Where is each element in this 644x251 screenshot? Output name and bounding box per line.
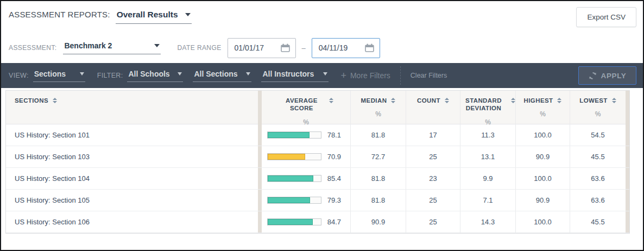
score-bar-track: [267, 175, 321, 182]
cell-lowest: 45.5: [570, 146, 626, 167]
cell-section-name: US History: Section 103: [6, 146, 258, 167]
sort-icon[interactable]: [53, 98, 57, 103]
column-header-label: SECTIONS: [15, 97, 48, 104]
column-header-label: STANDARD DEVIATION: [461, 97, 507, 112]
column-header-sections[interactable]: SECTIONS: [6, 91, 258, 126]
sort-icon[interactable]: [557, 98, 561, 103]
instructors-filter-dropdown[interactable]: All Instructors: [261, 70, 329, 82]
cell-lowest: 54.5: [570, 124, 626, 146]
title-bar: ASSESSMENT REPORTS: Overall Results Expo…: [1, 1, 643, 33]
column-header-label: LOWEST: [579, 97, 608, 104]
cell-section-name: US History: Section 105: [6, 190, 258, 211]
column-divider-strip: [626, 146, 629, 167]
export-csv-button[interactable]: Export CSV: [576, 7, 636, 27]
sort-icon[interactable]: [329, 98, 333, 103]
calendar-icon[interactable]: [281, 43, 290, 52]
average-score-value: 78.1: [321, 131, 341, 139]
table-row: US History: Section 10370.972.72513.190.…: [6, 146, 629, 168]
score-bar-track: [267, 131, 321, 139]
column-divider-strip: [626, 190, 629, 211]
plus-icon: +: [340, 70, 346, 81]
app-window: ASSESSMENT REPORTS: Overall Results Expo…: [0, 0, 644, 251]
column-unit-label: %: [540, 110, 546, 118]
column-header-label: HIGHEST: [524, 97, 553, 104]
date-end-input[interactable]: 04/11/19: [312, 38, 380, 58]
date-start-value: 01/01/17: [235, 43, 264, 52]
column-divider-strip: [258, 211, 262, 233]
column-header-standard-deviation[interactable]: STANDARD DEVIATION%: [460, 91, 515, 126]
score-bar-fill: [268, 175, 313, 181]
date-start-input[interactable]: 01/01/17: [228, 38, 296, 58]
sort-icon[interactable]: [445, 98, 449, 103]
cell-highest: 100.0: [515, 168, 570, 189]
cell-standard-deviation: 9.9: [460, 168, 515, 189]
column-header-average-score[interactable]: AVERAGE SCORE%: [262, 91, 350, 126]
view-dropdown[interactable]: Sections: [33, 70, 85, 82]
column-header-median[interactable]: MEDIAN%: [350, 91, 406, 126]
cell-highest: 100.0: [515, 211, 570, 233]
column-divider-strip: [626, 91, 629, 126]
chevron-down-icon: [178, 72, 182, 76]
more-filters-label: More Filters: [350, 71, 390, 80]
date-end-value: 04/11/19: [319, 43, 348, 52]
clear-filters-button[interactable]: Clear Filters: [411, 72, 447, 79]
sort-icon[interactable]: [391, 98, 395, 103]
report-type-dropdown[interactable]: Overall Results: [116, 10, 192, 24]
column-header-lowest[interactable]: LOWEST%: [570, 91, 626, 126]
cell-count: 25: [406, 146, 460, 167]
cell-average-score: 79.3: [262, 190, 350, 211]
table-header-row: SECTIONSAVERAGE SCORE%MEDIAN%COUNTSTANDA…: [6, 91, 629, 124]
report-type-value: Overall Results: [117, 10, 178, 20]
cell-median: 72.7: [350, 146, 406, 167]
column-header-count[interactable]: COUNT: [406, 91, 460, 126]
chevron-down-icon: [185, 13, 191, 16]
report-selector-group: ASSESSMENT REPORTS: Overall Results: [9, 10, 192, 24]
chevron-down-icon: [80, 72, 84, 76]
cell-section-name: US History: Section 101: [6, 124, 258, 146]
chevron-down-icon: [154, 44, 160, 47]
filter-label: FILTER:: [97, 72, 123, 79]
view-value: Sections: [34, 70, 66, 78]
assessment-value: Benchmark 2: [64, 41, 112, 50]
toolbar-divider: [400, 66, 401, 85]
more-filters-button[interactable]: + More Filters: [340, 70, 390, 81]
assessment-label: ASSESSMENT:: [9, 44, 56, 52]
apply-button[interactable]: APPLY: [578, 66, 636, 85]
cell-standard-deviation: 14.3: [460, 211, 515, 233]
cell-count: 25: [406, 211, 460, 233]
table-row: US History: Section 10485.481.8239.9100.…: [6, 168, 629, 190]
table-row: US History: Section 10178.181.81711.3100…: [6, 124, 629, 146]
table-row: US History: Section 10579.381.8257.190.9…: [6, 190, 629, 211]
assessment-dropdown[interactable]: Benchmark 2: [63, 41, 161, 54]
cell-count: 17: [406, 124, 460, 146]
view-label: VIEW:: [9, 72, 29, 79]
cell-highest: 100.0: [515, 124, 570, 146]
cell-lowest: 63.6: [570, 190, 626, 211]
column-header-highest[interactable]: HIGHEST%: [515, 91, 570, 126]
date-range-separator: –: [302, 44, 306, 52]
cell-highest: 90.9: [515, 190, 570, 211]
cell-average-score: 84.7: [262, 211, 350, 233]
cell-average-score: 78.1: [262, 124, 350, 146]
table-body: US History: Section 10178.181.81711.3100…: [6, 124, 629, 233]
sections-filter-dropdown[interactable]: All Sections: [193, 70, 251, 82]
score-bar-track: [267, 153, 321, 160]
calendar-icon[interactable]: [365, 43, 374, 52]
cell-standard-deviation: 11.3: [460, 124, 515, 146]
schools-filter-value: All Schools: [128, 70, 169, 78]
average-score-value: 85.4: [321, 174, 341, 183]
cell-count: 23: [406, 168, 460, 189]
column-divider-strip: [626, 124, 629, 146]
cell-median: 81.8: [350, 168, 406, 189]
score-bar-track: [267, 218, 321, 225]
cell-median: 81.8: [350, 124, 406, 146]
apply-label: APPLY: [601, 72, 627, 80]
assessment-filter-row: ASSESSMENT: Benchmark 2 DATE RANGE 01/01…: [1, 33, 643, 63]
schools-filter-dropdown[interactable]: All Schools: [127, 70, 183, 82]
column-divider-strip: [626, 168, 629, 189]
sort-icon[interactable]: [511, 98, 515, 103]
average-score-value: 84.7: [321, 218, 341, 226]
results-table: SECTIONSAVERAGE SCORE%MEDIAN%COUNTSTANDA…: [5, 90, 630, 234]
sort-icon[interactable]: [612, 98, 616, 103]
instructors-filter-value: All Instructors: [262, 70, 314, 78]
